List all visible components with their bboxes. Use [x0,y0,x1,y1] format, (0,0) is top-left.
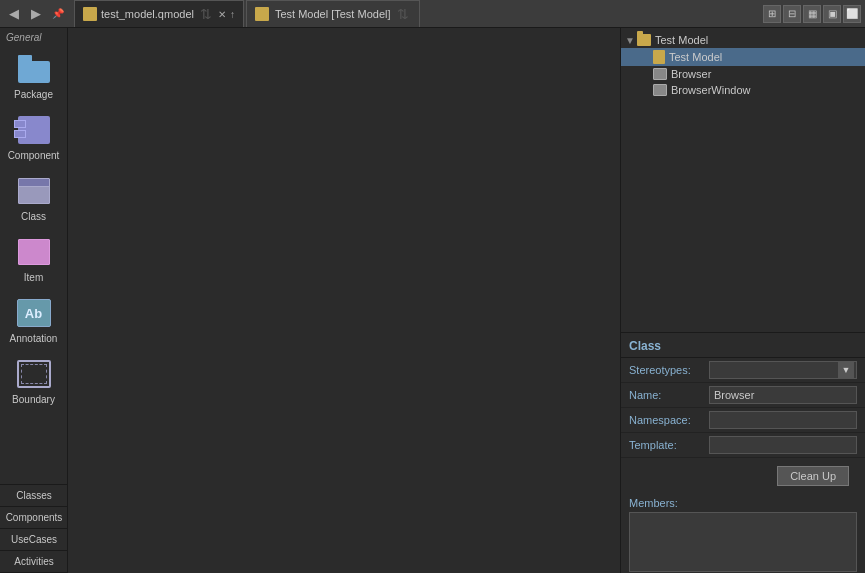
tool-class[interactable]: Class [0,167,67,228]
layout-btn-2[interactable]: ⊟ [783,5,801,23]
main-content: General Package Component Class [0,28,865,573]
template-input[interactable] [709,436,857,454]
annotation-icon: Ab [17,299,51,327]
tab-test-model-file[interactable]: test_model.qmodel ⇅ ✕ ↑ [74,0,244,27]
properties-title: Class [621,333,865,358]
back-button[interactable]: ◀ [4,4,24,24]
tab-up-button[interactable]: ↑ [230,9,235,20]
tree-item-root[interactable]: ▼ Test Model [621,32,865,48]
tab1-filename: test_model.qmodel [101,8,194,20]
cleanup-button[interactable]: Clean Up [777,466,849,486]
bottom-tabs: Classes Components UseCases Activities [0,484,68,573]
tool-annotation[interactable]: Ab Annotation [0,289,67,350]
members-area[interactable] [629,512,857,572]
annotation-label: Annotation [10,333,58,344]
name-input[interactable] [709,386,857,404]
annotation-tool-icon: Ab [16,295,52,331]
class-icon-top [19,179,49,187]
tab-separator: ⇅ [198,6,214,22]
tab-file-icon [83,7,97,21]
item-tool-icon [16,234,52,270]
main-toolbar: ◀ ▶ 📌 test_model.qmodel ⇅ ✕ ↑ Test Model… [0,0,865,28]
tool-boundary[interactable]: Boundary [0,350,67,411]
namespace-label: Namespace: [629,414,709,426]
class-label: Class [21,211,46,222]
tree-label-browser: Browser [671,68,711,80]
name-label: Name: [629,389,709,401]
tab2-label: Test Model [Test Model] [275,8,391,20]
properties-panel: Class Stereotypes: ▼ Name: Namespace: [621,333,865,573]
tree-panel: ▼ Test Model Test Model Browser Browser [621,28,865,333]
namespace-input[interactable] [709,411,857,429]
boundary-tool-icon [16,356,52,392]
stereotypes-select[interactable]: ▼ [709,361,857,379]
toolbox: General Package Component Class [0,28,68,573]
package-icon [18,55,50,83]
component-label: Component [8,150,60,161]
tab-test-model[interactable]: Test Model [Test Model] ⇅ [246,0,420,27]
boundary-label: Boundary [12,394,55,405]
tool-component[interactable]: Component [0,106,67,167]
cleanup-row: Clean Up [621,458,865,494]
tab-activities[interactable]: Activities [0,551,68,573]
layout-btn-3[interactable]: ▦ [803,5,821,23]
props-row-name: Name: [621,383,865,408]
tab-use-cases[interactable]: UseCases [0,529,68,551]
component-icon [18,116,50,144]
tree-label-browser-window: BrowserWindow [671,84,750,96]
right-panel: ▼ Test Model Test Model Browser Browser [620,28,865,573]
item-icon [18,239,50,265]
tree-class-icon-browser-window [653,84,667,96]
tab-classes[interactable]: Classes [0,485,68,507]
tree-item-browser[interactable]: Browser [621,66,865,82]
package-label: Package [14,89,53,100]
toolbar-right-buttons: ⊞ ⊟ ▦ ▣ ⬜ [763,5,861,23]
tree-class-icon-browser [653,68,667,80]
layout-btn-4[interactable]: ▣ [823,5,841,23]
tree-label-root: Test Model [655,34,708,46]
props-row-template: Template: [621,433,865,458]
props-row-namespace: Namespace: [621,408,865,433]
class-icon [18,178,50,204]
members-label: Members: [621,494,865,512]
tool-item[interactable]: Item [0,228,67,289]
tab-close-button[interactable]: ✕ [218,9,226,20]
tree-arrow-root: ▼ [625,35,637,46]
forward-button[interactable]: ▶ [26,4,46,24]
boundary-icon [17,360,51,388]
tab-components[interactable]: Components [0,507,68,529]
layout-btn-5[interactable]: ⬜ [843,5,861,23]
class-tool-icon [16,173,52,209]
tab2-icon [255,7,269,21]
stereotypes-label: Stereotypes: [629,364,709,376]
toolbox-section-label: General [0,28,67,45]
tree-label-child: Test Model [669,51,722,63]
canvas[interactable] [68,28,620,573]
pin-button[interactable]: 📌 [48,4,68,24]
stereotypes-arrow-icon[interactable]: ▼ [838,362,854,378]
tab2-separator: ⇅ [395,6,411,22]
item-label: Item [24,272,43,283]
component-tool-icon [16,112,52,148]
tree-folder-icon-root [637,34,651,46]
tree-item-child[interactable]: Test Model [621,48,865,66]
tree-file-icon-child [653,50,665,64]
template-label: Template: [629,439,709,451]
tool-package[interactable]: Package [0,45,67,106]
props-row-stereotypes: Stereotypes: ▼ [621,358,865,383]
layout-btn-1[interactable]: ⊞ [763,5,781,23]
tab-area: test_model.qmodel ⇅ ✕ ↑ Test Model [Test… [74,0,761,27]
tree-item-browser-window[interactable]: BrowserWindow [621,82,865,98]
package-tool-icon [16,51,52,87]
